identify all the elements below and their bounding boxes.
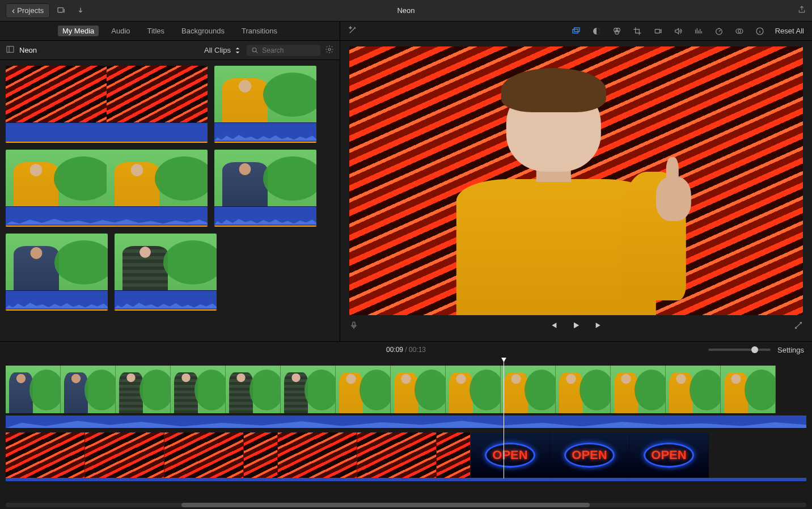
viewer-controls	[349, 315, 803, 338]
viewer-pane: Reset All	[340, 22, 812, 341]
clip-filter-icon[interactable]	[734, 26, 745, 36]
enhance-wand-icon[interactable]	[348, 26, 357, 37]
back-label: Projects	[17, 6, 44, 15]
media-clip[interactable]	[6, 66, 208, 143]
media-clip[interactable]	[115, 234, 217, 311]
viewer-canvas[interactable]	[349, 46, 803, 315]
search-box[interactable]	[247, 45, 320, 56]
open-sign-text: OPEN	[564, 443, 614, 468]
voiceover-mic-icon[interactable]	[349, 321, 358, 332]
timeline: 00:09 / 00:13 Settings	[0, 341, 812, 509]
color-balance-icon[interactable]	[591, 26, 602, 36]
svg-rect-0	[58, 7, 63, 12]
tab-backgrounds[interactable]: Backgrounds	[177, 26, 229, 36]
svg-point-8	[616, 28, 620, 32]
sidebar-toggle-icon[interactable]	[6, 45, 15, 56]
media-clip[interactable]	[214, 150, 316, 227]
scrollbar-thumb[interactable]	[181, 503, 590, 507]
next-frame-button[interactable]	[594, 321, 603, 332]
library-name: Neon	[19, 46, 200, 54]
speed-icon[interactable]	[714, 26, 724, 36]
open-sign-text: OPEN	[644, 443, 693, 468]
updown-chevron-icon	[233, 46, 242, 55]
reset-all-button[interactable]: Reset All	[775, 27, 804, 35]
library-header: Neon All Clips	[0, 41, 340, 60]
timeline-zoom-slider[interactable]	[708, 349, 771, 351]
duration: 00:13	[409, 346, 426, 354]
svg-rect-10	[655, 29, 659, 33]
tab-transitions[interactable]: Transitions	[237, 26, 282, 36]
back-to-projects-button[interactable]: Projects	[6, 3, 50, 18]
timeline-video-track-overlay[interactable]	[6, 366, 806, 413]
color-correction-icon[interactable]	[612, 26, 622, 36]
top-toolbar: Projects Neon	[0, 0, 812, 22]
timeline-header: 00:09 / 00:13 Settings	[0, 342, 812, 358]
svg-rect-5	[574, 28, 579, 32]
tab-titles[interactable]: Titles	[143, 26, 170, 36]
timeline-timecode: 00:09 / 00:13	[386, 346, 426, 354]
timeline-audio-waveform[interactable]	[6, 415, 806, 428]
video-overlay-icon[interactable]	[571, 26, 581, 36]
clip-appearance-button[interactable]	[325, 45, 334, 56]
media-grid	[0, 60, 340, 341]
download-icon[interactable]	[73, 5, 88, 17]
timeline-scrollbar[interactable]	[0, 501, 812, 509]
open-sign-text: OPEN	[485, 443, 535, 468]
project-title: Neon	[397, 6, 415, 15]
timeline-body[interactable]: OPEN OPEN OPEN	[0, 358, 812, 501]
library-tabs: My Media Audio Titles Backgrounds Transi…	[0, 22, 340, 41]
stabilization-icon[interactable]	[653, 26, 663, 36]
svg-point-9	[615, 30, 619, 34]
clips-filter-dropdown[interactable]: All Clips	[204, 46, 242, 55]
info-icon[interactable]	[755, 26, 765, 36]
search-input[interactable]	[262, 46, 316, 54]
media-clip[interactable]	[6, 234, 108, 311]
media-clip[interactable]	[6, 150, 208, 227]
tab-audio[interactable]: Audio	[107, 26, 134, 36]
crop-icon[interactable]	[632, 26, 642, 36]
play-button[interactable]	[572, 321, 581, 332]
adjustment-toolbar: Reset All	[340, 22, 812, 41]
timeline-settings-button[interactable]: Settings	[777, 346, 804, 354]
volume-icon[interactable]	[673, 26, 683, 36]
library-pane: My Media Audio Titles Backgrounds Transi…	[0, 22, 340, 341]
main-split: My Media Audio Titles Backgrounds Transi…	[0, 22, 812, 341]
media-clip[interactable]	[214, 66, 316, 143]
svg-rect-15	[353, 322, 355, 326]
tab-my-media[interactable]: My Media	[58, 26, 99, 36]
timeline-video-track-main[interactable]: OPEN OPEN OPEN	[6, 432, 806, 478]
viewer-wrap	[340, 41, 812, 341]
clips-filter-label: All Clips	[204, 46, 231, 54]
search-icon	[251, 46, 259, 55]
noise-reduction-icon[interactable]	[693, 26, 704, 36]
svg-rect-4	[573, 29, 578, 33]
fullscreen-icon[interactable]	[794, 321, 803, 332]
current-time: 00:09	[386, 346, 403, 354]
svg-point-2	[252, 48, 256, 52]
share-button[interactable]	[797, 5, 806, 16]
svg-point-3	[328, 48, 331, 50]
timeline-track-footer	[6, 478, 806, 481]
previous-frame-button[interactable]	[549, 321, 558, 332]
import-media-icon[interactable]	[53, 5, 69, 17]
svg-rect-1	[7, 46, 14, 52]
